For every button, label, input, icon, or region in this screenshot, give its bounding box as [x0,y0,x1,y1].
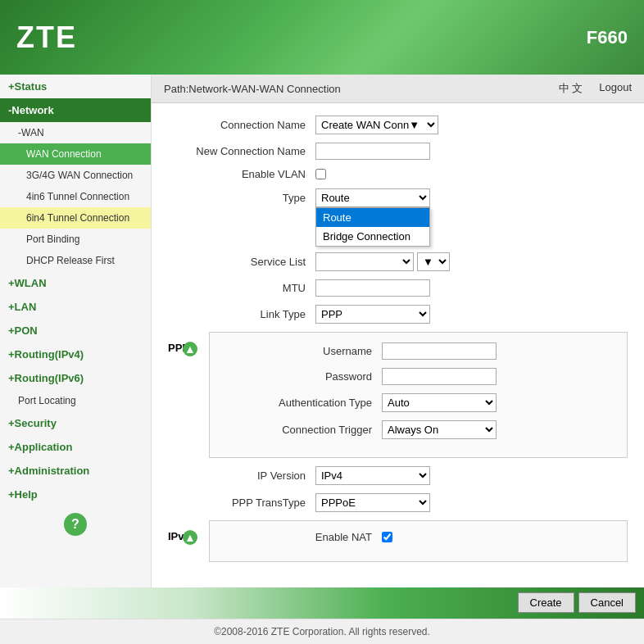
new-connection-name-row: New Connection Name [168,143,628,160]
sidebar-item-wan[interactable]: -WAN [0,122,151,143]
type-dropdown-menu: Route Bridge Connection [315,207,430,247]
service-list-label: Service List [168,256,315,268]
connection-name-label: Connection Name [168,119,315,131]
sidebar-item-wan-connection[interactable]: WAN Connection [0,143,151,165]
ppp-collapse-btn[interactable]: ▲ [183,342,197,356]
ppp-transtype-row: PPP TransType PPPoE PPPoA [168,493,628,512]
ip-version-row: IP Version IPv4 IPv6 IPv4/IPv6 [168,466,628,485]
connection-trigger-select[interactable]: Always On On Demand Manual [382,420,497,439]
type-option-bridge[interactable]: Bridge Connection [316,227,429,246]
sidebar-item-routing-ipv4[interactable]: +Routing(IPv4) [0,342,151,366]
password-label: Password [234,370,382,383]
help-button[interactable]: ? [64,513,87,536]
sidebar-item-lan[interactable]: +LAN [0,295,151,319]
link-type-label: Link Type [168,308,315,320]
sidebar: +Status -Network -WAN WAN Connection 3G/… [0,75,152,587]
ip-version-select[interactable]: IPv4 IPv6 IPv4/IPv6 [315,466,430,485]
auth-type-select[interactable]: Auto PAP CHAP [382,393,497,412]
content-area: Path:Network-WAN-WAN Connection 中 文 Logo… [152,75,644,587]
service-list-select-right[interactable]: ▼ [417,252,450,271]
model: F660 [587,27,628,48]
ppp-section: PPP ▲ Username Password [193,332,628,458]
enable-vlan-row: Enable VLAN [168,168,628,180]
username-row: Username [234,342,610,360]
type-option-route[interactable]: Route [316,208,429,227]
ipv4-section: IPv4 ▲ Enable NAT [193,520,628,562]
service-list-row: Service List ▼ [168,252,628,271]
sidebar-item-dhcp-release[interactable]: DHCP Release First [0,250,151,271]
sidebar-item-help[interactable]: +Help [0,483,151,506]
sidebar-item-network[interactable]: -Network [0,98,151,122]
new-connection-name-label: New Connection Name [168,145,315,157]
link-type-row: Link Type PPP IP [168,305,628,324]
enable-nat-row: Enable NAT [234,531,610,543]
copyright-text: ©2008-2016 ZTE Corporation. All rights r… [214,626,430,637]
sidebar-item-port-locating[interactable]: Port Locating [0,390,151,411]
ip-version-label: IP Version [168,469,315,482]
sidebar-item-6in4-tunnel[interactable]: 6in4 Tunnel Connection [0,207,151,229]
connection-trigger-row: Connection Trigger Always On On Demand M… [234,420,610,439]
password-input[interactable] [382,368,497,385]
enable-nat-label: Enable NAT [234,531,382,543]
ipv4-collapse-btn[interactable]: ▲ [183,530,197,545]
create-button[interactable]: Create [518,592,574,613]
ppp-transtype-select[interactable]: PPPoE PPPoA [315,493,430,512]
sidebar-item-security[interactable]: +Security [0,411,151,435]
sidebar-item-3g4g-wan[interactable]: 3G/4G WAN Connection [0,165,151,186]
username-label: Username [234,345,382,357]
copyright-bar: ©2008-2016 ZTE Corporation. All rights r… [0,619,644,644]
type-label: Type [168,192,315,204]
type-select[interactable]: Route Bridge [315,188,430,207]
username-input[interactable] [382,342,497,360]
logout-link[interactable]: Logout [599,81,632,96]
ppp-transtype-label: PPP TransType [168,497,315,509]
type-row: Type Route Bridge Route Bridge Connectio… [168,188,628,207]
footer-bar: Create Cancel [0,587,644,619]
sidebar-item-application[interactable]: +Application [0,435,151,459]
mtu-input[interactable] [315,279,430,297]
auth-type-row: Authentication Type Auto PAP CHAP [234,393,610,412]
sidebar-item-pon[interactable]: +PON [0,319,151,342]
sidebar-item-4in6-tunnel[interactable]: 4in6 Tunnel Connection [0,186,151,207]
connection-trigger-label: Connection Trigger [234,424,382,436]
path-bar: Path:Network-WAN-WAN Connection 中 文 Logo… [152,75,644,103]
connection-name-row: Connection Name Create WAN Conn▼ [168,116,628,134]
sidebar-item-port-binding[interactable]: Port Binding [0,229,151,250]
connection-name-select[interactable]: Create WAN Conn▼ [315,116,438,134]
sidebar-item-administration[interactable]: +Administration [0,459,151,483]
sidebar-item-wlan[interactable]: +WLAN [0,271,151,295]
sidebar-item-status[interactable]: +Status [0,75,151,98]
service-list-select-left[interactable] [315,252,414,271]
sidebar-item-routing-ipv6[interactable]: +Routing(IPv6) [0,366,151,390]
mtu-row: MTU [168,279,628,297]
form-area: Connection Name Create WAN Conn▼ New Con… [152,103,644,574]
auth-type-label: Authentication Type [234,397,382,409]
enable-vlan-checkbox[interactable] [315,169,326,179]
link-type-select[interactable]: PPP IP [315,305,430,324]
logo: ZTE [16,20,77,55]
breadcrumb: Path:Network-WAN-WAN Connection [164,83,341,95]
mtu-label: MTU [168,282,315,294]
lang-toggle[interactable]: 中 文 [559,81,583,96]
new-connection-name-input[interactable] [315,143,430,160]
header: ZTE F660 [0,0,644,75]
password-row: Password [234,368,610,385]
enable-nat-checkbox[interactable] [382,532,392,542]
enable-vlan-label: Enable VLAN [168,168,315,180]
cancel-button[interactable]: Cancel [578,592,636,613]
